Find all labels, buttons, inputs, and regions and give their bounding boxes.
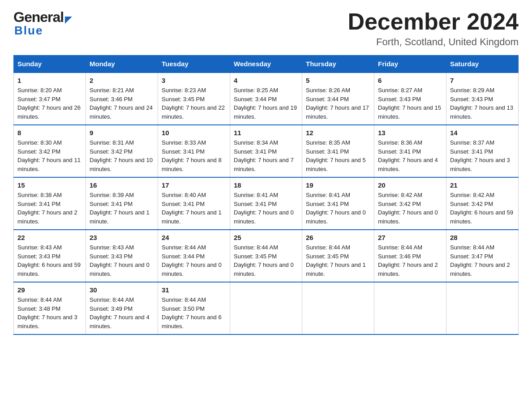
calendar-cell: 31Sunrise: 8:44 AMSunset: 3:50 PMDayligh…: [158, 282, 230, 334]
day-number: 1: [17, 77, 82, 84]
calendar-cell: 8Sunrise: 8:30 AMSunset: 3:42 PMDaylight…: [14, 125, 86, 177]
calendar-cell: 3Sunrise: 8:23 AMSunset: 3:45 PMDaylight…: [158, 73, 230, 125]
calendar-cell: 26Sunrise: 8:44 AMSunset: 3:45 PMDayligh…: [302, 230, 374, 282]
day-number: 11: [234, 129, 298, 137]
calendar-cell: 20Sunrise: 8:42 AMSunset: 3:42 PMDayligh…: [374, 177, 446, 230]
day-info: Sunrise: 8:30 AMSunset: 3:42 PMDaylight:…: [17, 138, 82, 173]
day-info: Sunrise: 8:42 AMSunset: 3:42 PMDaylight:…: [378, 191, 442, 226]
calendar-cell: 6Sunrise: 8:27 AMSunset: 3:43 PMDaylight…: [374, 73, 446, 125]
day-number: 29: [17, 286, 82, 294]
day-number: 18: [234, 181, 298, 189]
day-info: Sunrise: 8:27 AMSunset: 3:43 PMDaylight:…: [378, 86, 442, 121]
calendar-cell: [230, 282, 302, 334]
day-info: Sunrise: 8:40 AMSunset: 3:41 PMDaylight:…: [162, 191, 226, 226]
day-number: 19: [306, 181, 370, 189]
calendar-cell: 5Sunrise: 8:26 AMSunset: 3:44 PMDaylight…: [302, 73, 374, 125]
day-info: Sunrise: 8:29 AMSunset: 3:43 PMDaylight:…: [450, 86, 515, 121]
day-info: Sunrise: 8:21 AMSunset: 3:46 PMDaylight:…: [90, 86, 154, 121]
day-number: 3: [162, 77, 226, 84]
day-info: Sunrise: 8:44 AMSunset: 3:47 PMDaylight:…: [450, 243, 515, 278]
calendar-cell: 12Sunrise: 8:35 AMSunset: 3:41 PMDayligh…: [302, 125, 374, 177]
calendar-cell: 4Sunrise: 8:25 AMSunset: 3:44 PMDaylight…: [230, 73, 302, 125]
day-info: Sunrise: 8:20 AMSunset: 3:47 PMDaylight:…: [17, 86, 82, 121]
day-info: Sunrise: 8:44 AMSunset: 3:44 PMDaylight:…: [162, 243, 226, 278]
title-block: December 2024 Forth, Scotland, United Ki…: [348, 9, 519, 48]
day-info: Sunrise: 8:34 AMSunset: 3:41 PMDaylight:…: [234, 138, 298, 173]
day-number: 9: [90, 129, 154, 137]
day-header-friday: Friday: [374, 56, 446, 73]
day-info: Sunrise: 8:33 AMSunset: 3:41 PMDaylight:…: [162, 138, 226, 173]
day-header-sunday: Sunday: [14, 56, 86, 73]
day-number: 10: [162, 129, 226, 137]
day-number: 26: [306, 234, 370, 241]
day-number: 2: [90, 77, 154, 84]
location-title: Forth, Scotland, United Kingdom: [348, 36, 519, 48]
day-number: 22: [17, 234, 82, 241]
calendar-cell: [374, 282, 446, 334]
calendar-cell: [446, 282, 519, 334]
day-number: 31: [162, 286, 226, 294]
day-number: 16: [90, 181, 154, 189]
day-info: Sunrise: 8:38 AMSunset: 3:41 PMDaylight:…: [17, 191, 82, 226]
day-header-monday: Monday: [86, 56, 158, 73]
day-info: Sunrise: 8:39 AMSunset: 3:41 PMDaylight:…: [90, 191, 154, 226]
calendar-cell: 10Sunrise: 8:33 AMSunset: 3:41 PMDayligh…: [158, 125, 230, 177]
calendar-week-row: 8Sunrise: 8:30 AMSunset: 3:42 PMDaylight…: [14, 125, 519, 177]
day-number: 28: [450, 234, 515, 241]
day-info: Sunrise: 8:35 AMSunset: 3:41 PMDaylight:…: [306, 138, 370, 173]
calendar-cell: 23Sunrise: 8:43 AMSunset: 3:43 PMDayligh…: [86, 230, 158, 282]
day-info: Sunrise: 8:26 AMSunset: 3:44 PMDaylight:…: [306, 86, 370, 121]
calendar-cell: 14Sunrise: 8:37 AMSunset: 3:41 PMDayligh…: [446, 125, 519, 177]
logo-triangle-icon: [65, 17, 72, 24]
day-info: Sunrise: 8:44 AMSunset: 3:45 PMDaylight:…: [234, 243, 298, 278]
month-title: December 2024: [348, 9, 519, 34]
day-info: Sunrise: 8:36 AMSunset: 3:41 PMDaylight:…: [378, 138, 442, 173]
calendar-cell: 2Sunrise: 8:21 AMSunset: 3:46 PMDaylight…: [86, 73, 158, 125]
calendar-cell: 21Sunrise: 8:42 AMSunset: 3:42 PMDayligh…: [446, 177, 519, 230]
calendar-cell: 30Sunrise: 8:44 AMSunset: 3:49 PMDayligh…: [86, 282, 158, 334]
day-number: 15: [17, 181, 82, 189]
calendar-week-row: 15Sunrise: 8:38 AMSunset: 3:41 PMDayligh…: [14, 177, 519, 230]
day-number: 17: [162, 181, 226, 189]
calendar-cell: 1Sunrise: 8:20 AMSunset: 3:47 PMDaylight…: [14, 73, 86, 125]
day-number: 7: [450, 77, 515, 84]
day-info: Sunrise: 8:44 AMSunset: 3:48 PMDaylight:…: [17, 295, 82, 330]
calendar-cell: 24Sunrise: 8:44 AMSunset: 3:44 PMDayligh…: [158, 230, 230, 282]
day-header-saturday: Saturday: [446, 56, 519, 73]
day-info: Sunrise: 8:31 AMSunset: 3:42 PMDaylight:…: [90, 138, 154, 173]
day-number: 25: [234, 234, 298, 241]
day-number: 5: [306, 77, 370, 84]
day-number: 21: [450, 181, 515, 189]
day-number: 13: [378, 129, 442, 137]
calendar-cell: 15Sunrise: 8:38 AMSunset: 3:41 PMDayligh…: [14, 177, 86, 230]
day-number: 12: [306, 129, 370, 137]
day-info: Sunrise: 8:44 AMSunset: 3:49 PMDaylight:…: [90, 295, 154, 330]
day-info: Sunrise: 8:44 AMSunset: 3:50 PMDaylight:…: [162, 295, 226, 330]
calendar-week-row: 1Sunrise: 8:20 AMSunset: 3:47 PMDaylight…: [14, 73, 519, 125]
calendar-cell: 16Sunrise: 8:39 AMSunset: 3:41 PMDayligh…: [86, 177, 158, 230]
calendar-table: SundayMondayTuesdayWednesdayThursdayFrid…: [13, 55, 519, 335]
day-info: Sunrise: 8:25 AMSunset: 3:44 PMDaylight:…: [234, 86, 298, 121]
calendar-cell: 17Sunrise: 8:40 AMSunset: 3:41 PMDayligh…: [158, 177, 230, 230]
logo-general-text: General: [13, 9, 64, 26]
calendar-cell: 9Sunrise: 8:31 AMSunset: 3:42 PMDaylight…: [86, 125, 158, 177]
calendar-cell: 11Sunrise: 8:34 AMSunset: 3:41 PMDayligh…: [230, 125, 302, 177]
logo: General Blue: [13, 9, 72, 38]
calendar-header-row: SundayMondayTuesdayWednesdayThursdayFrid…: [14, 56, 519, 73]
logo-blue-text: Blue: [14, 24, 43, 38]
page-header: General Blue December 2024 Forth, Scotla…: [13, 9, 519, 48]
day-info: Sunrise: 8:41 AMSunset: 3:41 PMDaylight:…: [306, 191, 370, 226]
day-header-tuesday: Tuesday: [158, 56, 230, 73]
day-number: 30: [90, 286, 154, 294]
calendar-cell: 22Sunrise: 8:43 AMSunset: 3:43 PMDayligh…: [14, 230, 86, 282]
calendar-cell: 28Sunrise: 8:44 AMSunset: 3:47 PMDayligh…: [446, 230, 519, 282]
day-info: Sunrise: 8:23 AMSunset: 3:45 PMDaylight:…: [162, 86, 226, 121]
calendar-week-row: 22Sunrise: 8:43 AMSunset: 3:43 PMDayligh…: [14, 230, 519, 282]
day-number: 23: [90, 234, 154, 241]
calendar-cell: 7Sunrise: 8:29 AMSunset: 3:43 PMDaylight…: [446, 73, 519, 125]
calendar-cell: 25Sunrise: 8:44 AMSunset: 3:45 PMDayligh…: [230, 230, 302, 282]
day-number: 27: [378, 234, 442, 241]
day-info: Sunrise: 8:43 AMSunset: 3:43 PMDaylight:…: [17, 243, 82, 278]
day-number: 8: [17, 129, 82, 137]
calendar-cell: 29Sunrise: 8:44 AMSunset: 3:48 PMDayligh…: [14, 282, 86, 334]
